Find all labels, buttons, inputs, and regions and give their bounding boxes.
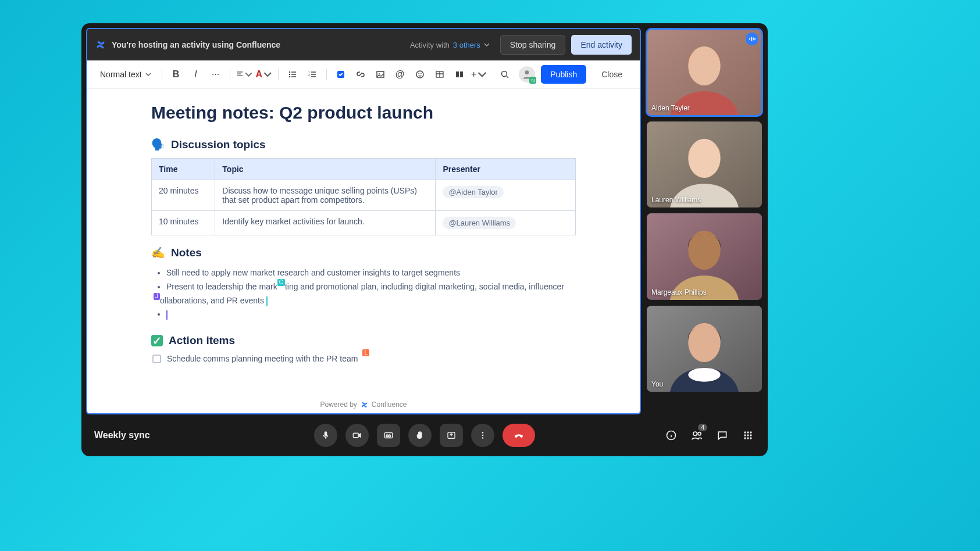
task-icon[interactable]: [333, 66, 349, 83]
video-tile[interactable]: Lauren Williams: [647, 121, 762, 208]
main-area: You're hosting an activity using Conflue…: [81, 23, 646, 414]
more-options-button[interactable]: [471, 424, 494, 447]
app-top: You're hosting an activity using Conflue…: [81, 23, 768, 414]
italic-icon[interactable]: I: [188, 66, 204, 83]
editor-toolbar: Normal text B I ··· A 12: [87, 60, 640, 89]
page-title: Meeting notes: Q2 product launch: [151, 103, 576, 123]
participant-name: You: [651, 380, 663, 388]
people-button[interactable]: 4: [690, 428, 704, 442]
svg-rect-13: [460, 71, 463, 77]
writing-hand-icon: ✍️: [151, 246, 165, 259]
svg-point-8: [416, 71, 423, 78]
svg-text:CC: CC: [386, 434, 391, 438]
svg-rect-29: [353, 433, 358, 438]
discussion-table: Time Topic Presenter 20 minutes Discuss …: [151, 158, 576, 235]
center-controls: CC: [314, 424, 535, 447]
svg-point-9: [418, 73, 419, 74]
app-window: You're hosting an activity using Conflue…: [81, 23, 768, 456]
right-controls: 4: [664, 428, 755, 442]
end-call-button[interactable]: [503, 424, 535, 447]
meeting-bottom-bar: Weekly sync CC 4: [81, 414, 768, 456]
action-items-heading: ✓ Action items: [151, 334, 576, 347]
activity-bar: You're hosting an activity using Conflue…: [86, 28, 641, 60]
svg-point-38: [698, 432, 701, 435]
svg-point-14: [502, 71, 507, 77]
link-icon[interactable]: [352, 66, 369, 83]
mention-chip[interactable]: @Lauren Williams: [443, 217, 516, 229]
numbered-list-icon[interactable]: 12: [304, 66, 320, 83]
video-participants-column: Aiden Tayler Lauren Williams Margeaux Ph…: [646, 23, 768, 414]
svg-point-1: [288, 74, 290, 75]
notes-list: Still need to apply new market research …: [151, 266, 576, 321]
svg-point-0: [288, 71, 290, 73]
mic-button[interactable]: [314, 424, 337, 447]
text-caret: [166, 310, 168, 320]
mention-chip[interactable]: @Aiden Taylor: [443, 186, 504, 198]
bold-icon[interactable]: B: [168, 66, 184, 83]
action-item-row: Schedule comms planning meeting with the…: [152, 354, 576, 363]
text-color-icon[interactable]: A: [256, 66, 272, 83]
svg-point-43: [747, 434, 749, 436]
participant-name: Lauren Williams: [651, 196, 701, 204]
captions-button[interactable]: CC: [377, 424, 400, 447]
video-tile[interactable]: Aiden Tayler: [647, 29, 762, 116]
bullet-list-icon[interactable]: [284, 66, 301, 83]
svg-point-27: [688, 367, 720, 381]
activities-button[interactable]: [741, 428, 755, 442]
text-caret: [266, 296, 268, 306]
check-icon: ✓: [151, 335, 163, 346]
activity-participants[interactable]: Activity with 3 others: [410, 41, 490, 49]
table-row: 20 minutes Discuss how to message unique…: [152, 180, 576, 211]
svg-point-24: [688, 231, 720, 270]
svg-point-46: [747, 437, 749, 439]
image-icon[interactable]: [372, 66, 389, 83]
svg-text:2: 2: [308, 73, 310, 77]
mention-icon[interactable]: @: [392, 66, 408, 83]
emoji-icon[interactable]: [412, 66, 428, 83]
video-tile[interactable]: You: [647, 306, 762, 392]
document-body[interactable]: Meeting notes: Q2 product launch 🗣️ Disc…: [87, 89, 640, 397]
end-activity-button[interactable]: End activity: [571, 35, 632, 55]
insert-more-icon[interactable]: +: [471, 66, 487, 83]
collab-cursor-c: C: [277, 279, 285, 286]
editor-frame: Normal text B I ··· A 12: [86, 60, 641, 414]
hosting-text: You're hosting an activity using Conflue…: [112, 40, 280, 49]
speaking-head-icon: 🗣️: [151, 138, 165, 151]
svg-point-7: [379, 73, 380, 74]
present-button[interactable]: [440, 424, 463, 447]
svg-point-10: [420, 73, 422, 74]
confluence-icon: [95, 40, 106, 50]
table-row: 10 minutes Identify key market activitie…: [152, 211, 576, 235]
svg-point-35: [482, 437, 484, 439]
powered-by: Powered by Confluence: [87, 397, 640, 413]
chat-button[interactable]: [715, 428, 729, 442]
svg-point-44: [750, 434, 751, 436]
svg-point-34: [482, 435, 484, 436]
list-item: Present to leadership the markCting and …: [166, 280, 576, 308]
svg-point-33: [482, 432, 484, 434]
participant-name: Margeaux Phillips: [651, 288, 707, 296]
align-icon[interactable]: [236, 66, 252, 83]
user-avatar[interactable]: [519, 66, 535, 83]
camera-button[interactable]: [345, 424, 369, 447]
notes-heading: ✍️ Notes: [151, 246, 576, 259]
discussion-heading: 🗣️ Discussion topics: [151, 138, 576, 151]
svg-rect-12: [456, 71, 459, 77]
search-icon[interactable]: [497, 66, 513, 83]
info-button[interactable]: [664, 428, 678, 442]
text-style-select[interactable]: Normal text: [95, 67, 156, 81]
svg-point-18: [688, 46, 720, 85]
video-tile[interactable]: Margeaux Phillips: [647, 213, 762, 300]
stop-sharing-button[interactable]: Stop sharing: [500, 35, 566, 55]
more-formatting-icon[interactable]: ···: [208, 66, 224, 83]
raise-hand-button[interactable]: [408, 424, 432, 447]
checkbox[interactable]: [152, 355, 161, 363]
svg-point-15: [525, 70, 529, 74]
svg-point-47: [750, 437, 751, 439]
layout-icon[interactable]: [451, 66, 468, 83]
publish-button[interactable]: Publish: [541, 65, 586, 84]
table-icon[interactable]: [432, 66, 448, 83]
list-item: Still need to apply new market research …: [166, 266, 576, 280]
close-button[interactable]: Close: [592, 65, 632, 84]
speaking-indicator-icon: [746, 33, 758, 45]
